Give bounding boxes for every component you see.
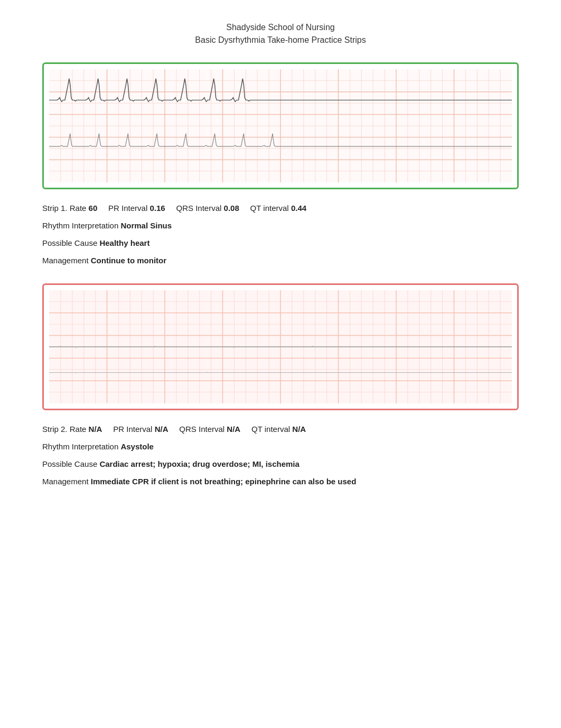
strip1-pr-label: PR Interval [108, 204, 147, 213]
header-line1: Shadyside School of Nursing [42, 21, 519, 34]
strip1-rate-value: 60 [89, 204, 98, 213]
strip2-rhythm-value: Asystole [120, 442, 154, 451]
strip2-mgmt-line: Management Immediate CPR if client is no… [42, 474, 519, 489]
strip2-qrs-label: QRS Interval [179, 425, 225, 434]
strip2-rate-label: Rate [70, 425, 89, 434]
strip1-label: Strip 1. [42, 204, 68, 213]
strip1-section: Strip 1. Rate 60 PR Interval 0.16 QRS In… [42, 62, 519, 268]
strip2-rhythm-label: Rhythm Interpretation [42, 442, 120, 451]
strip2-ecg-svg [49, 290, 512, 403]
page-header: Shadyside School of Nursing Basic Dysrhy… [42, 21, 519, 47]
strip2-cause-label: Possible Cause [42, 459, 99, 468]
strip1-qrs-label: QRS Interval [176, 204, 222, 213]
strip2-qt-value: N/A [292, 425, 306, 434]
strip1-qrs-value: 0.08 [224, 204, 239, 213]
strip2-mgmt-value: Immediate CPR if client is not breathing… [91, 477, 357, 486]
strip1-mgmt-line: Management Continue to monitor [42, 253, 519, 268]
strip1-rate-line: Strip 1. Rate 60 PR Interval 0.16 QRS In… [42, 201, 519, 215]
strip2-pr-label: PR Interval [113, 425, 152, 434]
strip2-cause-line: Possible Cause Cardiac arrest; hypoxia; … [42, 457, 519, 471]
strip1-ecg-container [42, 62, 519, 189]
strip2-cause-value: Cardiac arrest; hypoxia; drug overdose; … [99, 459, 299, 468]
strip1-qt-label: QT interval [250, 204, 289, 213]
strip1-ecg-svg [49, 69, 512, 182]
strip1-mgmt-label: Management [42, 256, 91, 265]
strip2-section: Strip 2. Rate N/A PR Interval N/A QRS In… [42, 283, 519, 489]
strip1-cause-line: Possible Cause Healthy heart [42, 236, 519, 250]
strip2-qt-label: QT interval [251, 425, 290, 434]
strip2-mgmt-label: Management [42, 477, 91, 486]
strip1-rhythm-value: Normal Sinus [120, 221, 172, 230]
strip2-pr-value: N/A [155, 425, 169, 434]
strip1-qt-value: 0.44 [291, 204, 306, 213]
strip2-info: Strip 2. Rate N/A PR Interval N/A QRS In… [42, 422, 519, 489]
strip1-rhythm-label: Rhythm Interpretation [42, 221, 120, 230]
strip1-info: Strip 1. Rate 60 PR Interval 0.16 QRS In… [42, 201, 519, 268]
strip2-rate-value: N/A [89, 425, 102, 434]
strip1-rhythm-line: Rhythm Interpretation Normal Sinus [42, 218, 519, 233]
strip1-pr-value: 0.16 [149, 204, 165, 213]
strip2-rate-line: Strip 2. Rate N/A PR Interval N/A QRS In… [42, 422, 519, 436]
strip2-label: Strip 2. [42, 425, 68, 434]
strip1-cause-label: Possible Cause [42, 238, 99, 247]
strip2-ecg-container [42, 283, 519, 410]
strip1-cause-value: Healthy heart [99, 238, 149, 247]
strip1-mgmt-value: Continue to monitor [91, 256, 166, 265]
strip2-qrs-value: N/A [227, 425, 240, 434]
strip1-rate-label: Rate [70, 204, 89, 213]
strip2-rhythm-line: Rhythm Interpretation Asystole [42, 439, 519, 454]
header-line2: Basic Dysrhythmia Take-home Practice Str… [42, 34, 519, 47]
